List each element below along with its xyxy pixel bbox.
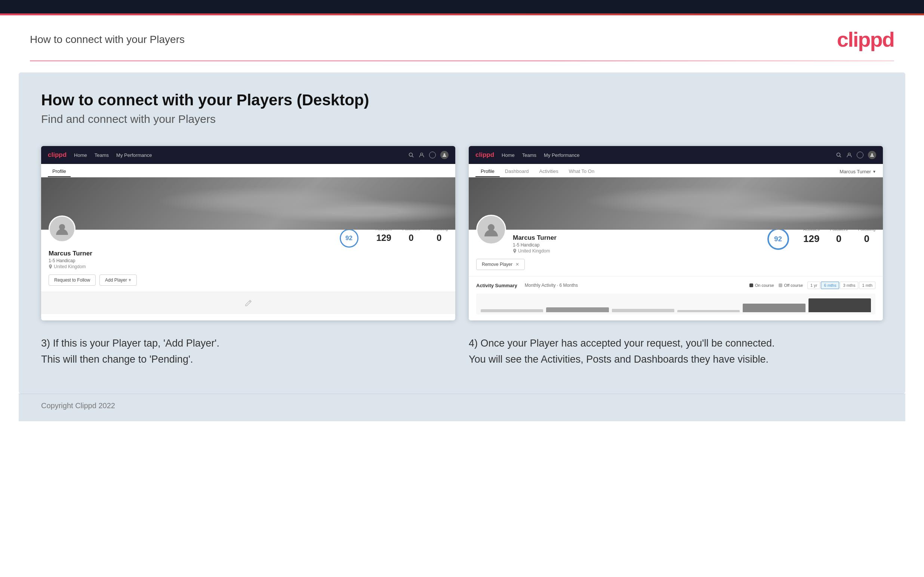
player-dropdown[interactable]: Marcus Turner ▼ <box>840 169 876 177</box>
page-title: How to connect with your Players <box>30 34 185 45</box>
activity-chart <box>476 293 876 314</box>
left-player-location: United Kingdom <box>48 264 448 269</box>
right-nav-performance[interactable]: My Performance <box>544 152 579 158</box>
left-profile-actions: Request to Follow Add Player + <box>48 274 448 286</box>
left-player-name: Marcus Turner <box>48 250 448 257</box>
right-navbar: clippd Home Teams My Performance <box>469 146 883 164</box>
descriptions-row: 3) If this is your Player tap, 'Add Play… <box>41 332 883 379</box>
globe-icon[interactable] <box>429 152 436 158</box>
left-edit-area <box>41 292 455 314</box>
avatar-icon[interactable] <box>440 151 449 159</box>
left-tabs: Profile <box>41 164 455 177</box>
right-nav-home[interactable]: Home <box>502 152 515 158</box>
footer-copyright: Copyright Clippd 2022 <box>41 401 115 410</box>
svg-line-1 <box>412 156 414 158</box>
remove-player-button[interactable]: Remove Player ✕ <box>476 259 525 270</box>
right-nav-teams[interactable]: Teams <box>522 152 536 158</box>
right-person-icon[interactable] <box>846 152 852 158</box>
right-globe-icon[interactable] <box>857 152 863 158</box>
right-screenshot: clippd Home Teams My Performance Profile <box>469 146 883 321</box>
svg-line-6 <box>840 156 842 158</box>
left-tab-profile[interactable]: Profile <box>48 166 71 177</box>
footer: Copyright Clippd 2022 <box>19 393 905 421</box>
left-screenshot: clippd Home Teams My Performance Profile <box>41 146 455 321</box>
search-icon[interactable] <box>408 152 414 158</box>
left-quality-circle: 92 <box>340 229 359 248</box>
main-title: How to connect with your Players (Deskto… <box>41 91 883 109</box>
chart-bar-5 <box>743 304 805 312</box>
time-btn-6mths[interactable]: 6 mths <box>821 282 839 289</box>
right-player-location: United Kingdom <box>513 248 557 253</box>
svg-point-3 <box>444 153 446 155</box>
top-bar <box>0 0 924 13</box>
right-player-name: Marcus Turner <box>513 234 557 242</box>
chart-bar-1 <box>481 309 543 312</box>
main-subtitle: Find and connect with your Players <box>41 113 883 126</box>
time-btn-1yr[interactable]: 1 yr <box>808 282 820 289</box>
left-nav-teams[interactable]: Teams <box>95 152 109 158</box>
svg-point-8 <box>871 153 873 155</box>
time-btn-1mth[interactable]: 1 mth <box>859 282 876 289</box>
left-avatar <box>48 216 76 242</box>
chart-bar-2 <box>546 307 609 312</box>
add-player-button[interactable]: Add Player + <box>99 274 137 286</box>
activity-period: Monthly Activity · 6 Months <box>525 283 578 288</box>
right-nav-icons <box>836 151 876 159</box>
request-follow-button[interactable]: Request to Follow <box>48 274 96 286</box>
left-nav-icons <box>408 151 449 159</box>
right-search-icon[interactable] <box>836 152 842 158</box>
chart-bar-3 <box>612 309 674 312</box>
left-description-text: 3) If this is your Player tap, 'Add Play… <box>41 335 455 367</box>
screenshots-row: clippd Home Teams My Performance Profile <box>41 146 883 321</box>
right-tab-what-to-on[interactable]: What To On <box>564 166 599 177</box>
right-description: 4) Once your Player has accepted your re… <box>469 332 883 371</box>
svg-point-5 <box>837 153 840 156</box>
remove-x-icon: ✕ <box>515 262 519 267</box>
clippd-logo: clippd <box>837 27 894 52</box>
svg-point-0 <box>409 153 413 156</box>
main-content: How to connect with your Players (Deskto… <box>19 73 905 393</box>
right-avatar <box>476 215 506 245</box>
left-nav-performance[interactable]: My Performance <box>116 152 152 158</box>
right-tab-dashboard[interactable]: Dashboard <box>500 166 534 177</box>
right-player-handicap: 1-5 Handicap <box>513 242 557 248</box>
right-nav-logo: clippd <box>475 151 494 159</box>
left-navbar: clippd Home Teams My Performance <box>41 146 455 164</box>
right-tab-activities[interactable]: Activities <box>534 166 563 177</box>
left-description: 3) If this is your Player tap, 'Add Play… <box>41 332 455 371</box>
legend-oncourse: On course <box>750 283 774 288</box>
time-buttons: 1 yr 6 mths 3 mths 1 mth <box>808 282 876 289</box>
right-avatar-icon[interactable] <box>868 151 876 159</box>
left-player-handicap: 1-5 Handicap <box>48 258 448 263</box>
page-header: How to connect with your Players clippd <box>0 15 924 61</box>
left-nav-home[interactable]: Home <box>74 152 87 158</box>
chart-bar-6 <box>809 298 871 312</box>
edit-icon <box>244 299 252 307</box>
right-description-text: 4) Once your Player has accepted your re… <box>469 335 883 367</box>
left-nav-logo: clippd <box>48 151 66 159</box>
left-banner <box>41 177 455 230</box>
legend-offcourse: Off course <box>779 283 803 288</box>
right-profile-actions: Remove Player ✕ <box>476 259 876 270</box>
activity-summary: Activity Summary Monthly Activity · 6 Mo… <box>469 276 883 321</box>
header-divider <box>30 61 894 61</box>
right-tab-profile[interactable]: Profile <box>475 166 500 177</box>
right-quality-circle: 92 <box>767 228 789 250</box>
time-btn-3mths[interactable]: 3 mths <box>840 282 858 289</box>
chart-bar-4 <box>677 310 740 312</box>
right-tabs: Profile Dashboard Activities What To On … <box>469 164 883 177</box>
right-banner <box>469 177 883 230</box>
person-icon[interactable] <box>418 152 425 158</box>
activity-title: Activity Summary <box>476 283 517 288</box>
